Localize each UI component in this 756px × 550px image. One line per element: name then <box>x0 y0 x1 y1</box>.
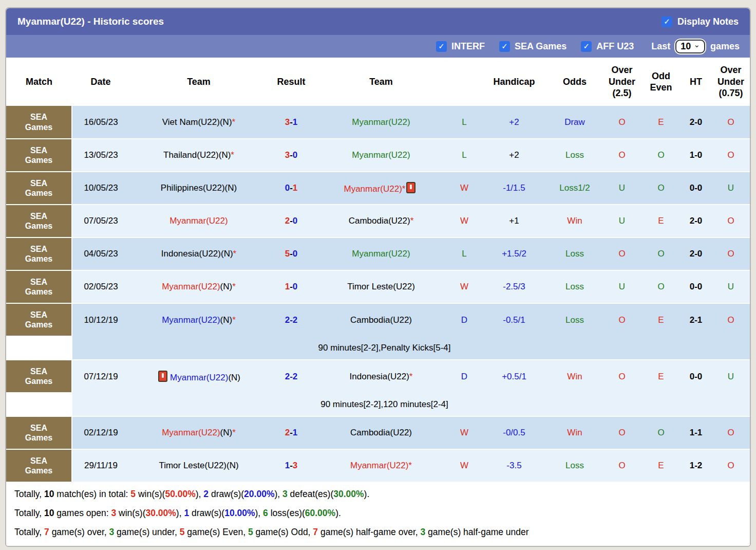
interf-checkbox[interactable]: ✓ <box>436 41 447 52</box>
filter-group-sea-games: ✓SEA Games <box>499 41 566 52</box>
header-ou075: Over Under (0.75) <box>712 58 750 106</box>
away-team-cell: Myanmar(U22) <box>314 237 448 270</box>
last-games-select[interactable]: 10 ⌄ <box>674 39 706 54</box>
away-score: 2 <box>293 315 297 325</box>
away-score: 0 <box>293 282 297 291</box>
result-cell: 1-0 <box>268 270 314 303</box>
team-name: Timor Leste(U22) <box>159 461 226 470</box>
star-marker: * <box>232 428 236 437</box>
team-name: Myanmar(U22) <box>352 249 410 259</box>
date-cell: 04/05/23 <box>72 237 129 270</box>
team-suffix: (N) <box>220 428 233 437</box>
away-team-cell: Cambodia(U22)* <box>314 205 448 237</box>
red-card-icon <box>406 182 415 193</box>
summary-segment: game(s) Even, <box>184 527 248 537</box>
last-games-select-inner: 10 ⌄ <box>675 40 705 53</box>
result-cell: 2-2 <box>268 360 314 393</box>
home-score: 0 <box>285 183 290 193</box>
match-cell: SEA Games <box>6 139 72 172</box>
summary-segment: Totally, <box>14 508 44 518</box>
chevron-down-icon: ⌄ <box>693 40 700 49</box>
summary-segment: game(s) over, <box>49 527 109 537</box>
handicap-result-cell: L <box>448 139 481 172</box>
team-suffix: (N) <box>225 183 237 193</box>
sea-games-checkbox[interactable]: ✓ <box>499 41 510 52</box>
home-score: 3 <box>285 117 290 127</box>
match-label: SEA Games <box>21 145 57 165</box>
away-team-cell: Myanmar(U22) <box>314 139 448 172</box>
result-cell: 5-0 <box>268 237 314 270</box>
ht-cell: 2-0 <box>680 106 712 139</box>
team-name: Myanmar(U22) <box>170 373 228 382</box>
odd-even-cell: E <box>642 303 680 336</box>
over-under-2-5-cell: O <box>602 139 642 172</box>
team-suffix: (N) <box>226 461 239 470</box>
display-notes-checkbox[interactable]: ✓ <box>662 16 672 27</box>
result-cell: 3-1 <box>268 106 314 139</box>
summary-segment: 7 <box>313 527 318 537</box>
header-ou25: Over Under (2.5) <box>602 58 642 106</box>
aff-u23-checkbox[interactable]: ✓ <box>581 41 592 52</box>
away-score: 0 <box>293 216 297 226</box>
ht-cell: 2-0 <box>680 205 712 237</box>
ht-cell: 1-2 <box>680 449 712 482</box>
filter-group-aff-u23: ✓AFF U23 <box>581 41 634 52</box>
odds-cell: Loss <box>547 139 602 172</box>
over-under-2-5-cell: O <box>602 303 642 336</box>
handicap-result-cell: W <box>448 416 481 449</box>
table-row: SEA Games04/05/23Indonesia(U22)(N)*5-0My… <box>6 237 750 270</box>
table-row: SEA Games02/12/19Myanmar(U22)(N)*2-1Camb… <box>6 416 750 449</box>
handicap-result-cell: D <box>448 303 481 336</box>
home-score: 2 <box>285 216 290 226</box>
team-name: Thailand(U22) <box>163 150 219 160</box>
summary-segment: ), <box>176 508 184 518</box>
over-under-2-5-cell: U <box>602 205 642 237</box>
over-under-2-5-cell: O <box>602 416 642 449</box>
history-table-body: SEA Games16/05/23Viet Nam(U22)(N)*3-1Mya… <box>6 106 750 482</box>
team-name: Cambodia(U22) <box>350 428 412 437</box>
summary-segment: 50.00% <box>165 489 195 499</box>
home-team-cell: Philippines(U22)(N) <box>129 172 268 205</box>
star-marker: * <box>409 372 413 381</box>
summary-segment: 5 <box>180 527 185 537</box>
result-cell: 2-1 <box>268 416 314 449</box>
star-marker: * <box>232 282 236 291</box>
handicap-result-cell: L <box>448 237 481 270</box>
away-score: 2 <box>293 372 297 381</box>
summary-segment: Totally, <box>14 489 44 499</box>
over-under-0-75-cell: U <box>712 172 750 205</box>
summary-segment: 2 <box>203 489 209 499</box>
odds-cell: Loss <box>547 237 602 270</box>
home-team-cell: Myanmar(U22)(N)* <box>129 303 268 336</box>
date-cell: 10/05/23 <box>72 172 129 205</box>
summary-segment: ). <box>364 489 370 499</box>
summary-section: Totally, 10 match(es) in total: 5 win(s)… <box>6 483 750 546</box>
home-team-cell: Indonesia(U22)(N)* <box>129 237 268 270</box>
odd-even-cell: O <box>642 172 680 205</box>
match-label: SEA Games <box>21 277 57 297</box>
over-under-2-5-cell: O <box>602 449 642 482</box>
handicap-cell: +2 <box>481 139 547 172</box>
team-suffix: (N) <box>220 282 233 291</box>
over-under-0-75-cell: O <box>712 106 750 139</box>
summary-segment: 6 <box>263 508 268 518</box>
odd-even-cell: E <box>642 449 680 482</box>
away-team-cell: Myanmar(U22)* <box>314 172 448 205</box>
team-name: Myanmar(U22) <box>162 428 220 437</box>
over-under-2-5-cell: O <box>602 237 642 270</box>
over-under-0-75-cell: O <box>712 416 750 449</box>
summary-segment: 1 <box>184 508 189 518</box>
star-marker: * <box>231 150 234 160</box>
summary-segment: 30.00% <box>333 489 364 499</box>
ht-cell: 1-1 <box>680 416 712 449</box>
display-notes-control: ✓ Display Notes <box>662 16 739 27</box>
summary-segment: games open: <box>54 508 111 518</box>
header-oddeven: Odd Even <box>642 58 680 106</box>
over-under-0-75-cell: U <box>712 270 750 303</box>
header-match: Match <box>6 58 72 106</box>
away-team-cell: Timor Leste(U22) <box>314 270 448 303</box>
games-label: games <box>710 41 740 52</box>
summary-segment: ), <box>255 508 263 518</box>
summary-line-3: Totally, 7 game(s) over, 3 game(s) under… <box>6 523 750 542</box>
summary-segment: 10.00% <box>224 508 255 518</box>
